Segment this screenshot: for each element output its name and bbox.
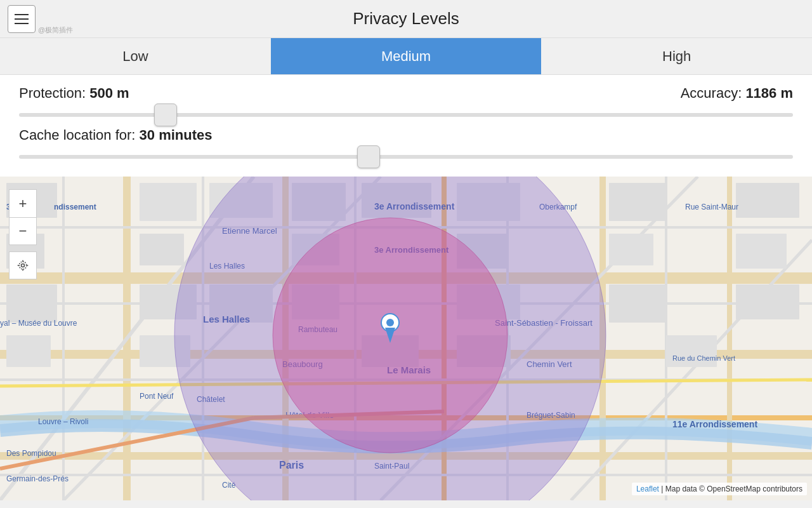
- svg-text:Rue du Chemin Vert: Rue du Chemin Vert: [672, 354, 735, 362]
- svg-text:Germain-des-Prés: Germain-des-Prés: [6, 474, 69, 483]
- tab-low[interactable]: Low: [0, 38, 271, 74]
- svg-text:Les Halles: Les Halles: [203, 314, 250, 324]
- map-background: ndissement 3e Arro 3e Arrondissement 3e …: [0, 177, 812, 500]
- svg-rect-44: [457, 284, 520, 319]
- accuracy-value: 1186 m: [745, 85, 793, 101]
- svg-text:Les Halles: Les Halles: [209, 262, 245, 271]
- locate-button[interactable]: [9, 251, 37, 279]
- svg-rect-32: [457, 234, 508, 269]
- svg-rect-45: [457, 335, 511, 367]
- protection-label: Protection: 500 m: [19, 85, 129, 102]
- svg-rect-31: [457, 183, 520, 221]
- svg-rect-48: [736, 284, 799, 319]
- svg-text:Rambuteau: Rambuteau: [298, 325, 337, 334]
- svg-rect-38: [6, 335, 51, 367]
- cache-slider-container: [19, 150, 793, 161]
- svg-text:Pont Neuf: Pont Neuf: [140, 392, 174, 401]
- svg-rect-27: [209, 183, 273, 218]
- protection-slider-container: [19, 108, 793, 119]
- svg-rect-43: [362, 335, 419, 367]
- map-streets-svg: ndissement 3e Arro 3e Arrondissement 3e …: [0, 177, 812, 500]
- svg-text:Saint-Paul: Saint-Paul: [374, 462, 409, 471]
- svg-text:Des Pompidou: Des Pompidou: [6, 449, 56, 458]
- svg-text:3e Arrondissement: 3e Arrondissement: [374, 245, 449, 255]
- protection-value: 500 m: [89, 85, 129, 101]
- svg-text:Etienne Marcel: Etienne Marcel: [222, 226, 277, 236]
- svg-text:11e Arrondissement: 11e Arrondissement: [672, 419, 757, 429]
- svg-text:Paris: Paris: [279, 460, 304, 471]
- protection-slider[interactable]: [19, 113, 793, 117]
- svg-rect-35: [736, 183, 799, 218]
- privacy-tabs: Low Medium High: [0, 38, 812, 75]
- map-attribution: Leaflet | Map data © OpenStreetMap contr…: [632, 483, 807, 495]
- leaflet-link[interactable]: Leaflet: [636, 485, 659, 493]
- svg-rect-40: [140, 335, 190, 367]
- cache-slider[interactable]: [19, 155, 793, 159]
- controls-panel: Protection: 500 m Accuracy: 1186 m Cache…: [0, 75, 812, 177]
- svg-text:3e Arrondissement: 3e Arrondissement: [374, 201, 455, 211]
- accuracy-label: Accuracy: 1186 m: [681, 85, 793, 102]
- svg-text:Louvre – Rivoli: Louvre – Rivoli: [38, 417, 88, 426]
- menu-button[interactable]: [8, 5, 36, 33]
- svg-rect-47: [666, 335, 717, 367]
- svg-text:Oberkampf: Oberkampf: [539, 203, 577, 211]
- svg-text:Rue Saint-Maur: Rue Saint-Maur: [685, 203, 738, 211]
- map-controls: + −: [9, 189, 37, 279]
- svg-text:ndissement: ndissement: [54, 203, 96, 211]
- svg-text:Bréguet-Sabin: Bréguet-Sabin: [527, 411, 575, 420]
- svg-rect-25: [140, 183, 197, 221]
- zoom-in-button[interactable]: +: [9, 189, 37, 217]
- tab-medium[interactable]: Medium: [271, 38, 542, 74]
- svg-text:Chemin Vert: Chemin Vert: [527, 359, 572, 369]
- svg-point-84: [19, 262, 27, 269]
- svg-text:Le Marais: Le Marais: [387, 364, 431, 375]
- cache-value: 30 minutes: [140, 127, 213, 143]
- protection-row: Protection: 500 m Accuracy: 1186 m: [19, 85, 793, 102]
- svg-point-83: [22, 264, 25, 267]
- header: Privacy Levels @极简插件: [0, 0, 812, 38]
- svg-rect-26: [140, 234, 184, 265]
- svg-rect-29: [292, 234, 339, 265]
- svg-rect-33: [609, 183, 666, 221]
- svg-text:Châtelet: Châtelet: [197, 395, 225, 404]
- svg-rect-42: [292, 284, 339, 319]
- map-container[interactable]: ndissement 3e Arro 3e Arrondissement 3e …: [0, 177, 812, 500]
- svg-text:yal – Musée du Louvre: yal – Musée du Louvre: [0, 319, 77, 328]
- attribution-text: | Map data © OpenStreetMap contributors: [659, 485, 802, 493]
- svg-rect-28: [292, 183, 346, 221]
- svg-rect-46: [609, 284, 666, 323]
- tab-high[interactable]: High: [541, 38, 812, 74]
- watermark: @极简插件: [38, 25, 73, 35]
- svg-text:Cité: Cité: [222, 481, 236, 490]
- page-title: Privacy Levels: [353, 9, 459, 29]
- svg-text:Beaubourg: Beaubourg: [282, 359, 323, 369]
- svg-rect-34: [609, 234, 653, 265]
- svg-rect-39: [140, 284, 197, 319]
- svg-rect-37: [6, 284, 57, 323]
- svg-text:Saint-Sébastien - Froissart: Saint-Sébastien - Froissart: [495, 318, 593, 328]
- svg-rect-36: [736, 234, 787, 269]
- cache-row: Cache location for: 30 minutes: [19, 127, 793, 144]
- zoom-out-button[interactable]: −: [9, 217, 37, 245]
- svg-rect-30: [362, 183, 431, 218]
- cache-label: Cache location for: 30 minutes: [19, 127, 212, 144]
